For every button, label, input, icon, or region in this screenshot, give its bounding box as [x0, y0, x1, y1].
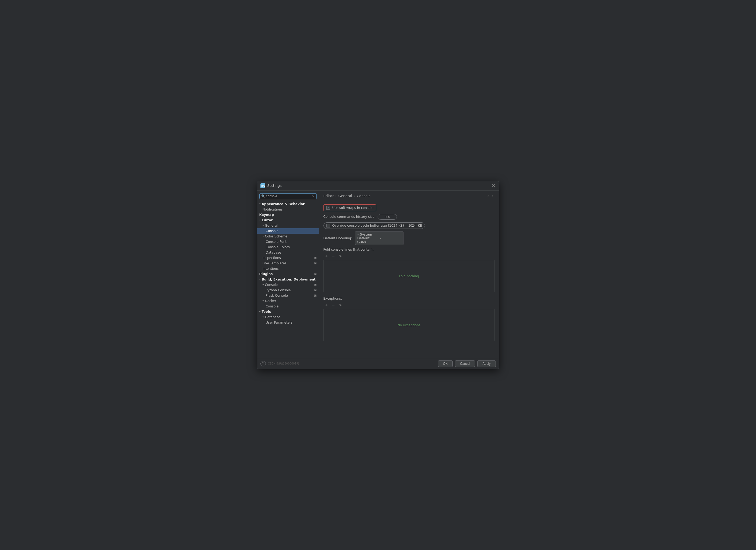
sidebar-label-inspections: Inspections [263, 256, 281, 260]
history-label: Console commands history size: [323, 215, 376, 219]
fold-label: Fold console lines that contain: [323, 248, 495, 252]
sidebar-item-console-colors[interactable]: Console Colors [257, 245, 319, 250]
chevron-general: ▾ [263, 224, 264, 227]
main-area: 🔍 ✕ ▾ Appearance & Behavior Notification… [257, 191, 499, 358]
help-button[interactable]: ? [260, 361, 266, 366]
settings-dialog: py Settings ✕ 🔍 ✕ ▾ Appearance & Behavio… [257, 181, 499, 369]
apply-button[interactable]: Apply [477, 360, 496, 367]
fold-section: Fold console lines that contain: + − ✎ F… [323, 248, 495, 292]
sidebar-item-inspections[interactable]: Inspections ▣ [257, 255, 319, 261]
chevron-tools: ▾ [259, 310, 261, 313]
sidebar-item-live-templates[interactable]: Live Templates ▣ [257, 261, 319, 266]
exceptions-table: No exceptions [323, 309, 495, 341]
soft-wraps-checkbox[interactable] [326, 206, 330, 210]
close-button[interactable]: ✕ [492, 184, 496, 188]
sidebar-item-color-scheme[interactable]: ▾ Color Scheme [257, 234, 319, 239]
nav-arrows: ‹ › [486, 193, 494, 199]
svg-text:py: py [261, 184, 265, 188]
override-row: Override console cycle buffer size (1024… [323, 223, 495, 229]
sidebar-label-notifications: Notifications [263, 208, 283, 211]
sidebar-item-plugins[interactable]: Plugins ▣ [257, 272, 319, 277]
breadcrumb-general: General [338, 194, 352, 198]
exceptions-section: Exceptions: + − ✎ No exceptions [323, 297, 495, 341]
history-value-input[interactable] [381, 215, 394, 219]
sidebar-label-database-tools: Database [265, 315, 280, 319]
nav-forward-button[interactable]: › [491, 193, 495, 199]
sidebar-label-editor: Editor [262, 218, 273, 222]
title-text: Settings [267, 184, 282, 188]
exceptions-remove-button[interactable]: − [330, 302, 336, 308]
fold-add-button[interactable]: + [323, 253, 329, 259]
sidebar-item-database-colorscheme[interactable]: Database [257, 250, 319, 255]
override-value-input[interactable] [406, 224, 416, 228]
chevron-database-tools: ▾ [263, 315, 264, 318]
override-checkbox[interactable] [326, 224, 330, 228]
sidebar-item-general[interactable]: ▾ General [257, 223, 319, 228]
sidebar-item-database-tools[interactable]: ▾ Database [257, 314, 319, 320]
plugins-icon: ▣ [314, 273, 316, 275]
content-header: Editor › General › Console ‹ › [319, 191, 499, 201]
sidebar-label-user-parameters: User Parameters [266, 320, 293, 324]
sidebar-item-tools[interactable]: ▾ Tools [257, 309, 319, 314]
nav-back-button[interactable]: ‹ [486, 193, 490, 199]
exceptions-add-button[interactable]: + [323, 302, 329, 308]
sidebar-item-editor[interactable]: ▾ Editor [257, 218, 319, 223]
sidebar-item-docker[interactable]: ▾ Docker [257, 298, 319, 304]
sidebar-item-build-execution-deployment[interactable]: ▾ Build, Execution, Deployment [257, 277, 319, 282]
sidebar-item-notifications[interactable]: Notifications [257, 207, 319, 212]
footer-info: CSDN @码砖8000001号 [268, 362, 299, 365]
search-clear-button[interactable]: ✕ [312, 194, 315, 198]
flask-console-icon: ▣ [314, 294, 316, 297]
sidebar-label-flask-console: Flask Console [266, 294, 288, 297]
sidebar-item-flask-console[interactable]: Flask Console ▣ [257, 293, 319, 298]
breadcrumb: Editor › General › Console [323, 194, 371, 198]
breadcrumb-sep-2: › [354, 194, 355, 198]
sidebar-label-console-colors: Console Colors [266, 245, 290, 249]
history-row: Console commands history size: [323, 214, 495, 220]
exceptions-label: Exceptions: [323, 297, 495, 300]
sidebar-label-console-font: Console Font [266, 240, 287, 244]
sidebar-item-keymap[interactable]: Keymap [257, 212, 319, 218]
cancel-button[interactable]: Cancel [455, 360, 475, 367]
sidebar-label-tools: Tools [262, 310, 271, 313]
app-icon: py [260, 183, 265, 188]
breadcrumb-editor: Editor [323, 194, 334, 198]
sidebar-item-build-console[interactable]: ▾ Console ▣ [257, 282, 319, 287]
encoding-value: <System Default: GBK> [357, 233, 378, 244]
chevron-build: ▾ [259, 278, 261, 281]
sidebar-item-docker-console[interactable]: Console [257, 304, 319, 309]
fold-edit-button[interactable]: ✎ [337, 253, 343, 259]
sidebar-label-keymap: Keymap [259, 213, 274, 217]
sidebar-label-general: General [265, 224, 278, 228]
encoding-dropdown-icon: ▾ [380, 237, 401, 240]
fold-remove-button[interactable]: − [330, 253, 336, 259]
search-input-wrap[interactable]: 🔍 ✕ [259, 193, 317, 199]
live-templates-icon: ▣ [314, 262, 316, 265]
encoding-label: Default Encoding: [323, 237, 352, 240]
content-body: Use soft wraps in console Console comman… [319, 201, 499, 358]
inspections-icon: ▣ [314, 256, 316, 259]
breadcrumb-console: Console [357, 194, 371, 198]
exceptions-edit-button[interactable]: ✎ [337, 302, 343, 308]
override-label: Override console cycle buffer size (1024… [332, 224, 404, 228]
sidebar-label-live-templates: Live Templates [263, 262, 287, 265]
chevron-build-console: ▾ [263, 283, 264, 286]
search-box: 🔍 ✕ [257, 192, 319, 201]
history-input-wrap[interactable] [378, 214, 397, 220]
sidebar-item-appearance-behavior[interactable]: ▾ Appearance & Behavior [257, 201, 319, 207]
sidebar-label-intentions: Intentions [263, 267, 279, 271]
footer: ? CSDN @码砖8000001号 OK Cancel Apply [257, 358, 499, 369]
encoding-select[interactable]: <System Default: GBK> ▾ [355, 232, 403, 245]
sidebar-item-python-console[interactable]: Python Console ▣ [257, 287, 319, 293]
sidebar-item-user-parameters[interactable]: User Parameters [257, 320, 319, 325]
sidebar-item-intentions[interactable]: Intentions [257, 266, 319, 272]
chevron-color-scheme: ▾ [263, 235, 264, 238]
sidebar-label-console: Console [266, 229, 279, 233]
content-area: Editor › General › Console ‹ › Use soft … [319, 191, 499, 358]
sidebar-item-console[interactable]: Console [257, 228, 319, 234]
sidebar-label-docker-console: Console [266, 304, 279, 308]
search-input[interactable] [266, 194, 311, 198]
chevron-appearance-behavior: ▾ [259, 203, 261, 206]
ok-button[interactable]: OK [438, 360, 453, 367]
sidebar-item-console-font[interactable]: Console Font [257, 239, 319, 245]
